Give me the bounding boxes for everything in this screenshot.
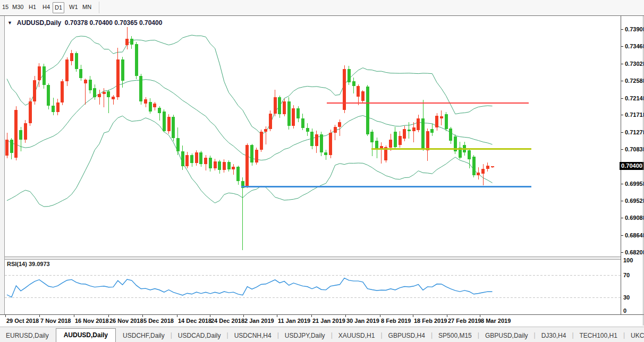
date-axis-label: 30 Jan 2019 <box>346 318 379 324</box>
candle-body <box>158 108 161 113</box>
timeframe-button-m30[interactable]: M30 <box>11 2 25 12</box>
price-axis-label: 0.69950 <box>625 181 644 187</box>
candle-body <box>223 162 226 170</box>
candle-body <box>287 101 291 126</box>
candle-body <box>61 81 64 102</box>
candle-body <box>190 155 193 163</box>
date-axis-label: 16 Nov 2018 <box>75 318 109 324</box>
candle-body <box>481 169 485 174</box>
timeframe-button-w1[interactable]: W1 <box>67 2 80 12</box>
tab-eurusd-daily[interactable]: EURUSD,Daily <box>0 330 55 342</box>
candle-body <box>329 133 332 155</box>
chart-dropdown-icon[interactable]: ▼ <box>7 20 12 25</box>
candle-body <box>408 130 411 131</box>
candle-body <box>103 92 106 94</box>
rsi-chart-canvas[interactable] <box>5 259 621 314</box>
date-axis-tick <box>345 315 346 317</box>
chart-symbol-label: AUDUSD,Daily <box>17 19 61 27</box>
date-axis-label: 24 Dec 2018 <box>211 318 244 324</box>
price-axis-label: 0.73460 <box>625 43 644 49</box>
tab-gbpusd-h4[interactable]: GBPUSD,H4 <box>383 330 431 342</box>
price-axis-tick <box>621 184 623 184</box>
timeframe-button-d1[interactable]: D1 <box>53 2 64 13</box>
candle-body <box>10 140 13 153</box>
candle-body <box>38 66 41 80</box>
candle-body <box>218 161 221 170</box>
price-axis-tick <box>621 149 623 150</box>
date-axis-tick <box>380 315 380 317</box>
candle-body <box>292 108 295 126</box>
candle-body <box>477 173 480 175</box>
candle-body <box>315 134 318 146</box>
price-axis-tick <box>621 252 623 253</box>
price-axis-tick <box>621 29 623 30</box>
candle-body <box>98 94 101 97</box>
date-axis-tick <box>177 315 177 317</box>
candle-body <box>412 127 416 131</box>
tab-sp500-m15[interactable]: SP500,M15 <box>433 330 478 342</box>
tab-usdchf-daily[interactable]: USDCHF,Daily <box>117 330 171 342</box>
price-chart-canvas[interactable] <box>5 16 621 256</box>
timeframe-button-15[interactable]: 15 <box>1 2 10 12</box>
price-axis-label: 0.73020 <box>625 61 644 67</box>
candle-body <box>468 150 471 159</box>
date-axis-label: 26 Nov 2018 <box>109 318 143 324</box>
candle-body <box>366 87 369 134</box>
date-axis-tick <box>74 315 74 317</box>
date-axis[interactable]: 29 Oct 20187 Nov 201816 Nov 201826 Nov 2… <box>0 315 644 326</box>
price-axis-label: 0.69520 <box>625 198 644 204</box>
candle-body <box>204 158 207 164</box>
tab-audusd-daily[interactable]: AUDUSD,Daily <box>56 328 116 342</box>
price-axis-label: 0.72580 <box>625 78 644 84</box>
date-axis-label: 21 Jan 2019 <box>312 318 345 324</box>
timeframe-button-h4[interactable]: H4 <box>41 2 52 12</box>
candles <box>5 27 494 250</box>
price-axis-label: 0.73900 <box>625 26 644 32</box>
candle-body <box>181 151 184 166</box>
candle-body <box>185 155 189 166</box>
candle-body <box>296 108 300 118</box>
tab-usdjpy-daily[interactable]: USDJPY,Daily <box>279 330 331 342</box>
candle-body <box>75 53 78 69</box>
candle-body <box>283 101 286 114</box>
timeframe-button-h1[interactable]: H1 <box>27 2 38 12</box>
candle-body <box>130 39 133 45</box>
date-axis-label: 14 Dec 2018 <box>178 318 211 324</box>
candle-body <box>121 59 124 81</box>
price-axis-tick <box>621 201 623 201</box>
tab-usdcnh-h4[interactable]: USDCNH,H4 <box>228 330 277 342</box>
price-axis-label: 0.72140 <box>625 95 644 101</box>
tab-gbpusd-daily[interactable]: GBPUSD,Daily <box>479 330 534 342</box>
tab-xauusd-h1[interactable]: XAUUSD,H1 <box>333 330 381 342</box>
chart-title: ▼ AUDUSD,Daily 0.70378 0.70400 0.70365 0… <box>7 19 162 27</box>
rsi-axis-label: 0 <box>623 307 626 314</box>
timeframe-button-mn[interactable]: MN <box>81 2 93 12</box>
candle-body <box>195 152 198 163</box>
candle-body <box>491 166 494 167</box>
candle-body <box>236 167 240 181</box>
candle-body <box>227 162 231 169</box>
candle-body <box>52 106 55 113</box>
candle-body <box>260 132 263 150</box>
candle-body <box>361 91 365 101</box>
candle-body <box>153 104 156 107</box>
tab-ukc[interactable]: UKC <box>625 330 644 342</box>
candle-body <box>370 132 374 142</box>
price-axis-tick <box>621 81 623 81</box>
tab-usdcad-daily[interactable]: USDCAD,Daily <box>172 330 227 342</box>
candle-body <box>269 114 272 129</box>
candle-body <box>334 127 337 133</box>
candle-body <box>343 69 346 110</box>
candle-body <box>172 117 175 138</box>
candle-body <box>167 117 171 131</box>
candle-body <box>403 129 406 139</box>
tab-tech100-h1[interactable]: TECH100,H1 <box>574 330 623 342</box>
price-axis-label: 0.71270 <box>625 129 644 135</box>
date-axis-label: 29 Oct 2018 <box>6 318 39 324</box>
date-axis-label: 11 Jan 2019 <box>278 318 310 324</box>
tab-dj30-h4[interactable]: DJ30,H4 <box>536 330 572 342</box>
candle-body <box>89 80 92 90</box>
date-axis-label: 8 Mar 2019 <box>481 318 511 324</box>
date-axis-tick <box>413 315 413 317</box>
date-axis-tick <box>311 315 312 317</box>
